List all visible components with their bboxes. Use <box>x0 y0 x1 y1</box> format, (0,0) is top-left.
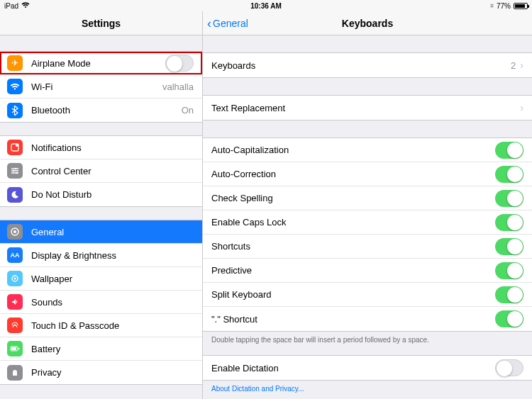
toggle-spelling[interactable] <box>495 190 523 207</box>
svg-point-1 <box>16 144 18 147</box>
row-label: Auto-Capitalization <box>211 145 495 155</box>
toggle-predictive[interactable] <box>495 262 523 279</box>
sidebar-item-general[interactable]: General <box>0 220 202 244</box>
sidebar-item-label: Privacy <box>31 367 194 378</box>
keyboards-count: 2 <box>511 60 516 71</box>
svg-point-3 <box>13 170 14 172</box>
sidebar-item-airplane-mode[interactable]: ✈ Airplane Mode <box>0 52 202 75</box>
row-label: Text Replacement <box>211 103 520 113</box>
battery-icon <box>7 341 23 356</box>
row-enable-caps-lock[interactable]: Enable Caps Lock <box>203 210 532 235</box>
sidebar-item-control-center[interactable]: Control Center <box>0 159 202 183</box>
detail-title: Keyboards <box>342 18 393 29</box>
chevron-right-icon: › <box>520 60 523 71</box>
sidebar-item-do-not-disturb[interactable]: Do Not Disturb <box>0 183 202 206</box>
sidebar-item-label: Touch ID & Passcode <box>31 320 194 331</box>
wifi-icon <box>7 79 23 94</box>
sidebar-item-privacy[interactable]: Privacy <box>0 361 202 384</box>
sidebar-item-label: Control Center <box>31 166 194 176</box>
sidebar-item-label: Sounds <box>31 297 194 308</box>
toggle-period[interactable] <box>495 310 523 327</box>
row-check-spelling[interactable]: Check Spelling <box>203 186 532 210</box>
gear-icon <box>7 224 23 240</box>
toggle-capslock[interactable] <box>495 214 523 231</box>
bluetooth-value: On <box>182 105 194 116</box>
row-keyboards[interactable]: Keyboards 2 › <box>203 53 532 77</box>
display-icon: AA <box>7 247 23 263</box>
svg-rect-10 <box>18 348 20 349</box>
row-predictive[interactable]: Predictive <box>203 259 532 283</box>
row-enable-dictation[interactable]: Enable Dictation <box>203 356 532 380</box>
row-split-keyboard[interactable]: Split Keyboard <box>203 283 532 307</box>
sidebar-item-label: Wi-Fi <box>31 82 158 92</box>
sidebar-item-label: Bluetooth <box>31 105 177 116</box>
battery-percent: 77% <box>497 2 511 10</box>
sounds-icon <box>7 294 23 310</box>
row-label: Auto-Correction <box>211 169 495 179</box>
back-label: General <box>213 18 248 29</box>
row-label: Keyboards <box>211 60 511 71</box>
detail-scroll[interactable]: Keyboards 2 › Text Replacement › Auto-Ca… <box>203 35 532 399</box>
sidebar-item-label: Display & Brightness <box>31 250 194 261</box>
sidebar-item-bluetooth[interactable]: Bluetooth On <box>0 99 202 122</box>
fingerprint-icon <box>7 317 23 333</box>
wallpaper-icon <box>7 271 23 286</box>
status-bar: iPad 10:36 AM ⌗ 77% <box>0 0 532 11</box>
detail-header: ‹ General Keyboards <box>203 11 532 35</box>
sidebar-item-label: General <box>31 227 194 237</box>
airplane-icon: ✈ <box>7 55 23 71</box>
period-shortcut-hint: Double tapping the space bar will insert… <box>203 332 532 348</box>
sidebar-title: Settings <box>82 18 121 29</box>
row-label: Enable Dictation <box>211 363 495 373</box>
toggle-autocorrect[interactable] <box>495 166 523 183</box>
airplane-toggle[interactable] <box>165 55 194 72</box>
wifi-icon <box>21 1 30 10</box>
sidebar-item-display-brightness[interactable]: AA Display & Brightness <box>0 244 202 267</box>
privacy-icon <box>7 365 23 381</box>
svg-point-4 <box>16 172 18 174</box>
toggle-dictation[interactable] <box>495 359 523 376</box>
status-left: iPad <box>4 1 30 10</box>
chevron-right-icon: › <box>520 102 523 113</box>
detail-pane: ‹ General Keyboards Keyboards 2 › Text R… <box>203 11 532 399</box>
row-text-replacement[interactable]: Text Replacement › <box>203 96 532 120</box>
bluetooth-icon: ⌗ <box>490 2 494 10</box>
sidebar-item-label: Airplane Mode <box>31 58 165 69</box>
sidebar-item-touch-id[interactable]: Touch ID & Passcode <box>0 314 202 337</box>
sidebar-item-notifications[interactable]: Notifications <box>0 136 202 159</box>
back-button[interactable]: ‹ General <box>207 18 248 29</box>
row-period-shortcut[interactable]: "." Shortcut <box>203 307 532 331</box>
status-right: ⌗ 77% <box>490 2 528 10</box>
control-center-icon <box>7 163 23 179</box>
toggle-splitkb[interactable] <box>495 286 523 303</box>
status-time: 10:36 AM <box>250 2 282 10</box>
row-label: Enable Caps Lock <box>211 217 495 227</box>
svg-rect-11 <box>11 347 16 350</box>
row-shortcuts[interactable]: Shortcuts <box>203 235 532 259</box>
svg-point-2 <box>15 168 16 169</box>
sidebar-header: Settings <box>0 11 202 35</box>
sidebar-scroll[interactable]: ✈ Airplane Mode Wi-Fi valhalla Bluetooth <box>0 35 202 399</box>
row-auto-capitalization[interactable]: Auto-Capitalization <box>203 138 532 162</box>
moon-icon <box>7 187 23 203</box>
svg-point-8 <box>14 278 16 280</box>
row-label: Check Spelling <box>211 193 495 203</box>
wifi-value: valhalla <box>162 82 194 92</box>
row-label: Predictive <box>211 265 495 276</box>
sidebar-item-label: Wallpaper <box>31 274 194 284</box>
toggle-autocap[interactable] <box>495 142 523 159</box>
svg-point-6 <box>13 230 16 233</box>
row-label: Split Keyboard <box>211 289 495 300</box>
sidebar-item-wifi[interactable]: Wi-Fi valhalla <box>0 75 202 99</box>
toggle-shortcuts[interactable] <box>495 238 523 255</box>
sidebar-item-wallpaper[interactable]: Wallpaper <box>0 267 202 291</box>
sidebar-item-battery[interactable]: Battery <box>0 337 202 361</box>
row-auto-correction[interactable]: Auto-Correction <box>203 162 532 186</box>
notifications-icon <box>7 140 23 155</box>
battery-icon <box>514 3 528 9</box>
sidebar-item-label: Battery <box>31 344 194 354</box>
about-dictation-link[interactable]: About Dictation and Privacy... <box>203 381 532 397</box>
sidebar-item-sounds[interactable]: Sounds <box>0 291 202 314</box>
row-label: "." Shortcut <box>211 314 495 325</box>
device-label: iPad <box>4 2 18 10</box>
